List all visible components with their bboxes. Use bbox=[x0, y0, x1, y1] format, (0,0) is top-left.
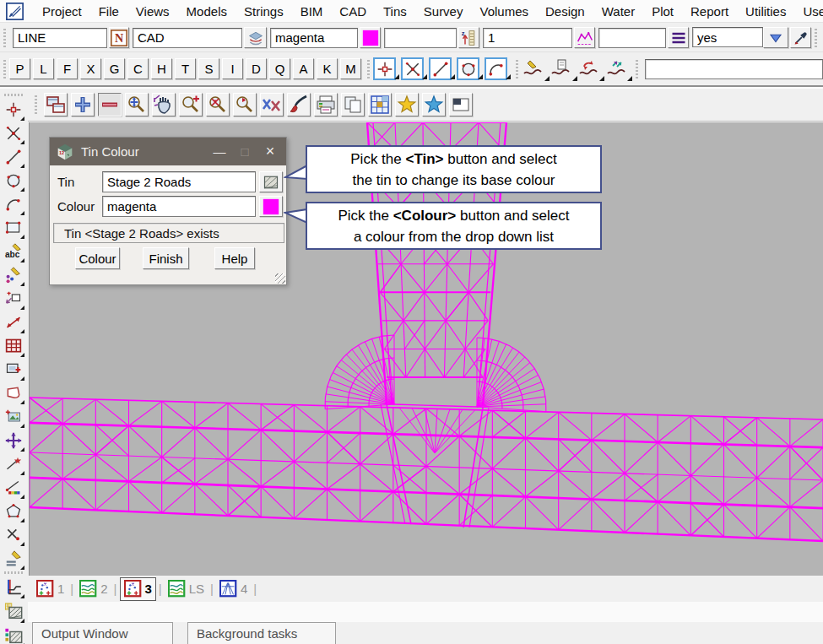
mode-button-t[interactable]: T bbox=[175, 58, 196, 79]
dialog-title-bar[interactable]: 12 Tin Colour — □ × bbox=[50, 138, 286, 165]
line-snap-button[interactable] bbox=[429, 57, 452, 80]
toolbar-grip[interactable] bbox=[4, 92, 23, 98]
mode-button-a[interactable]: A bbox=[293, 58, 314, 79]
cross-snap-tool[interactable] bbox=[3, 122, 24, 144]
paste-rect-tool[interactable] bbox=[3, 288, 24, 310]
view-tab-ls[interactable]: LS bbox=[165, 578, 208, 600]
menu-survey[interactable]: Survey bbox=[415, 2, 472, 21]
tin-picker-button[interactable] bbox=[259, 171, 283, 192]
menu-plot[interactable]: Plot bbox=[643, 2, 682, 21]
tinable-button[interactable] bbox=[574, 27, 595, 48]
menu-water[interactable]: Water bbox=[593, 2, 643, 21]
mode-button-g[interactable]: G bbox=[104, 58, 125, 79]
view-tab-4[interactable]: 4 bbox=[216, 578, 251, 600]
favourites-button[interactable] bbox=[395, 93, 419, 116]
cascade-windows-button[interactable] bbox=[44, 93, 68, 116]
split-window-button[interactable] bbox=[449, 93, 473, 116]
page-wave-button[interactable] bbox=[550, 58, 572, 80]
measure-arrow-tool[interactable] bbox=[3, 311, 24, 333]
zoom-in-button[interactable] bbox=[179, 93, 203, 116]
view-copy-tool[interactable] bbox=[3, 359, 24, 381]
colour-picker-button[interactable] bbox=[259, 196, 283, 217]
move-arrows-tool[interactable] bbox=[3, 430, 24, 452]
polygon-outline-tool[interactable] bbox=[3, 382, 24, 404]
symbol-pencil-tool[interactable] bbox=[3, 264, 24, 286]
plot-button[interactable] bbox=[314, 93, 338, 116]
delete-views-button[interactable] bbox=[260, 93, 284, 116]
text-abc-tool[interactable]: abc bbox=[3, 241, 24, 262]
cad-model-field[interactable] bbox=[133, 28, 242, 48]
z-ruler-button[interactable]: z bbox=[458, 27, 479, 48]
menu-models[interactable]: Models bbox=[178, 2, 236, 21]
colour-swatch-button[interactable] bbox=[360, 27, 381, 48]
mode-button-p[interactable]: P bbox=[9, 58, 30, 79]
menu-project[interactable]: Project bbox=[34, 2, 90, 21]
cad-colour-field[interactable] bbox=[270, 28, 358, 48]
tinable-combo-dropdown[interactable] bbox=[763, 27, 788, 48]
pencil-wave-button[interactable] bbox=[522, 58, 544, 80]
copy-view-button[interactable] bbox=[341, 93, 365, 116]
menu-utilities[interactable]: Utilities bbox=[737, 2, 794, 21]
remove-view-button[interactable] bbox=[98, 93, 122, 116]
circle-snap-tool[interactable] bbox=[3, 170, 24, 192]
mode-button-h[interactable]: H bbox=[151, 58, 172, 79]
rectangle-tool[interactable] bbox=[3, 217, 24, 239]
point-snap-button[interactable] bbox=[373, 57, 396, 80]
resize-grip[interactable] bbox=[275, 273, 285, 284]
line-style-button[interactable] bbox=[668, 27, 689, 48]
toolbar-grip[interactable] bbox=[4, 570, 23, 576]
layers-button[interactable] bbox=[244, 27, 267, 48]
tin-field[interactable] bbox=[102, 171, 256, 192]
zoom-dynamic-button[interactable] bbox=[233, 93, 257, 116]
redraw-button[interactable] bbox=[287, 93, 311, 116]
swap-wave-button[interactable] bbox=[577, 58, 600, 80]
colour-field[interactable] bbox=[102, 196, 256, 217]
menu-strings[interactable]: Strings bbox=[236, 2, 292, 21]
mode-button-q[interactable]: Q bbox=[269, 58, 290, 79]
help-button[interactable]: Help bbox=[214, 247, 255, 269]
tinable-combo[interactable] bbox=[692, 27, 763, 47]
star-line-tool[interactable] bbox=[3, 453, 24, 475]
close-button[interactable]: × bbox=[257, 143, 283, 160]
colour-button[interactable]: Colour bbox=[75, 247, 120, 269]
tin-grid-tool[interactable] bbox=[3, 601, 24, 623]
cross-snap-button[interactable] bbox=[401, 57, 424, 80]
menu-report[interactable]: Report bbox=[682, 2, 737, 21]
mode-button-s[interactable]: S bbox=[198, 58, 219, 79]
mode-button-f[interactable]: F bbox=[57, 58, 78, 79]
add-view-button[interactable] bbox=[71, 93, 95, 116]
menu-design[interactable]: Design bbox=[537, 2, 593, 21]
menu-file[interactable]: File bbox=[90, 2, 127, 21]
edit-pencil-tool[interactable] bbox=[3, 548, 24, 570]
zoom-extents-button[interactable] bbox=[125, 93, 149, 116]
arc-snap-tool[interactable] bbox=[3, 193, 24, 215]
menu-bim[interactable]: BIM bbox=[292, 2, 332, 21]
pentagon-tool[interactable] bbox=[3, 501, 24, 522]
circle-snap-button[interactable] bbox=[457, 57, 479, 80]
section-profile-tool[interactable] bbox=[3, 576, 24, 598]
view-tab-2[interactable]: 2 bbox=[76, 578, 111, 600]
line-style-field[interactable] bbox=[598, 28, 666, 48]
mode-button-i[interactable]: I bbox=[222, 58, 243, 79]
mode-button-c[interactable]: C bbox=[127, 58, 149, 79]
eyedropper-button[interactable] bbox=[790, 27, 811, 48]
background-tasks-panel[interactable]: Background tasks bbox=[187, 622, 336, 644]
mode-button-d[interactable]: D bbox=[246, 58, 267, 79]
menu-user[interactable]: User bbox=[794, 2, 823, 21]
line-width-field[interactable] bbox=[483, 28, 572, 48]
command-input[interactable] bbox=[645, 59, 823, 79]
mode-button-k[interactable]: K bbox=[317, 58, 338, 79]
view-tab-1[interactable]: 1 bbox=[33, 578, 68, 600]
z-value-field[interactable] bbox=[384, 28, 457, 48]
point-snap-tool[interactable] bbox=[3, 99, 24, 121]
cad-linetype-field[interactable] bbox=[13, 28, 107, 48]
menu-views[interactable]: Views bbox=[127, 2, 178, 21]
multi-wave-button[interactable] bbox=[604, 58, 627, 80]
minimize-button[interactable]: — bbox=[207, 144, 232, 159]
views-favourite-button[interactable] bbox=[422, 93, 446, 116]
menu-tins[interactable]: Tins bbox=[375, 2, 415, 21]
table-grid-tool[interactable] bbox=[3, 335, 24, 357]
pan-button[interactable] bbox=[152, 93, 176, 116]
mode-button-m[interactable]: M bbox=[340, 58, 361, 79]
zoom-shrink-button[interactable] bbox=[206, 93, 230, 116]
